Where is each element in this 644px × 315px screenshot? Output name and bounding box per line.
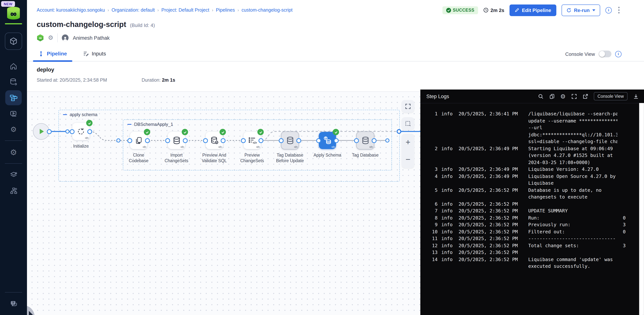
divider	[58, 33, 58, 42]
database-icon	[360, 136, 370, 145]
success-check-icon	[86, 120, 92, 126]
sidebar-divider	[5, 140, 22, 141]
step-node-initialize[interactable]: </>	[72, 123, 90, 140]
pencil-icon	[515, 8, 519, 12]
module-cube-icon[interactable]	[5, 32, 22, 50]
duration-value: 2m 1s	[162, 78, 175, 83]
console-view-toggle[interactable]	[599, 50, 612, 57]
connector-dot	[165, 138, 170, 143]
stage-name: deploy	[37, 67, 634, 73]
project-settings-gear-icon[interactable]: ⚙	[5, 144, 22, 160]
pipeline-graph-canvas[interactable]: apply schema DBSchemaApply_1	[27, 92, 420, 315]
fullscreen-button[interactable]	[402, 100, 414, 113]
console-view-button[interactable]: Console View	[594, 92, 628, 100]
chevron-right-icon: ›	[108, 8, 109, 12]
chevron-right-icon: ›	[212, 8, 213, 12]
database-settings-icon[interactable]	[5, 74, 22, 90]
logs-scrollbar[interactable]	[639, 103, 644, 315]
sidebar-divider	[5, 163, 22, 164]
pipeline-tab-icon	[38, 51, 44, 56]
success-check-icon	[182, 129, 188, 135]
info-icon[interactable]: i	[615, 51, 622, 57]
stage-info-bar: deploy Started at: 20/5/2025, 2:34:58 PM…	[27, 62, 644, 92]
settings-gear-icon[interactable]: ⚙	[5, 122, 22, 137]
breadcrumb-account[interactable]: Account: kurosakiichigo.songoku	[37, 8, 105, 13]
started-at-label: Started at:	[37, 78, 58, 83]
gear-icon[interactable]: ⚙	[560, 93, 566, 100]
help-chat-icon[interactable]: ?	[5, 296, 22, 311]
app-window: NEW	[0, 0, 644, 315]
log-line: 3info20/5/2025, 2:36:49 PMLiquibase Vers…	[420, 166, 639, 173]
breadcrumb-organization[interactable]: Organization: default	[112, 8, 155, 13]
info-icon[interactable]: i	[606, 7, 612, 13]
edit-pipeline-button[interactable]: Edit Pipeline	[510, 4, 556, 16]
zoom-out-button[interactable]: −	[406, 156, 410, 164]
pipeline-start-node[interactable]	[33, 123, 50, 140]
step-label: Preview And Validate SQL	[196, 152, 232, 164]
step-node-tag-database[interactable]: </>	[356, 132, 374, 150]
pipelines-nav-icon[interactable]	[5, 90, 22, 105]
clock-icon	[483, 8, 488, 13]
step-node-import-changesets[interactable]: </>	[168, 132, 185, 149]
harness-db-devops-logo[interactable]	[6, 6, 21, 20]
fullscreen-icon[interactable]	[571, 94, 577, 99]
step-node-preview-validate-sql[interactable]: </>	[206, 132, 223, 149]
breadcrumb-pipelines[interactable]: Pipelines	[216, 8, 235, 13]
chevron-down-icon	[592, 9, 595, 11]
canvas-corner-handle[interactable]	[27, 305, 37, 315]
executions-icon[interactable]	[5, 106, 22, 121]
step-node-preview-changesets[interactable]: </> </>	[244, 132, 261, 149]
connector-dot	[241, 138, 246, 143]
log-line: 8info20/5/2025, 2:36:52 PMRun:0	[420, 214, 639, 221]
success-check-icon	[258, 129, 264, 135]
breadcrumb-project[interactable]: Project: Default Project	[162, 8, 210, 13]
log-line: 11info20/5/2025, 2:36:52 PM-------------…	[420, 235, 639, 242]
step-label: Initialize	[63, 144, 99, 149]
page-title: custom-changelog-script	[37, 20, 126, 29]
connector-dot	[70, 129, 74, 134]
step-label: Apply Schema	[310, 152, 346, 158]
step-logs-body[interactable]: 1info20/5/2025, 2:36:41 PM/liquibase/liq…	[420, 104, 644, 315]
breadcrumb: Account: kurosakiichigo.songoku › Organi…	[37, 8, 292, 13]
step-logs-panel: Step Logs ⚙ Console View 1info2	[420, 90, 644, 315]
marquee-select-button[interactable]	[402, 117, 414, 130]
connector-dot	[372, 138, 376, 143]
external-link-icon[interactable]	[582, 94, 588, 99]
step-label: Clone Codebase	[121, 152, 156, 164]
success-check-icon	[220, 129, 226, 135]
log-line: 7info20/5/2025, 2:36:52 PMUPDATE SUMMARY	[420, 208, 639, 214]
home-icon[interactable]	[5, 59, 22, 74]
log-line: 5info20/5/2025, 2:36:52 PMDatabase is up…	[420, 187, 639, 200]
sidebar-divider-green	[5, 23, 22, 24]
step-node-tag-database-before-update[interactable]: </>	[281, 132, 299, 150]
step-node-clone-codebase[interactable]: </>	[130, 132, 147, 149]
layers-settings-icon[interactable]	[5, 168, 22, 182]
log-line: 10info20/5/2025, 2:36:52 PMFiltered out:…	[420, 228, 639, 235]
more-options-menu[interactable]	[617, 6, 621, 14]
search-icon[interactable]	[538, 94, 544, 99]
tab-pipeline[interactable]: Pipeline	[37, 50, 68, 61]
log-line: 13info20/5/2025, 2:36:52 PM	[420, 249, 639, 256]
gear-icon[interactable]: ⚙	[48, 35, 54, 41]
tab-bar: Pipeline Inputs Console View i	[27, 46, 644, 62]
database-check-icon	[210, 136, 219, 145]
changeset-list-icon: </>	[248, 136, 257, 145]
connector-dot	[279, 138, 284, 143]
step-label: Tag Database	[347, 152, 383, 158]
rerun-button[interactable]: Re-run	[562, 4, 600, 16]
database-icon	[172, 136, 181, 145]
log-line: 12info20/5/2025, 2:36:52 PMTotal change …	[420, 242, 639, 249]
pipeline-title-section: custom-changelog-script (Build Id: 4) ∞ …	[27, 20, 644, 42]
top-header: Account: kurosakiichigo.songoku › Organi…	[27, 0, 644, 20]
download-icon[interactable]	[633, 94, 639, 99]
infrastructure-settings-icon[interactable]	[5, 183, 22, 198]
build-id: (Build Id: 4)	[130, 22, 155, 28]
tab-inputs[interactable]: Inputs	[81, 50, 107, 61]
step-node-apply-schema[interactable]: </>	[319, 132, 336, 149]
connector-dot	[47, 129, 52, 134]
step-label: Import ChangeSets	[158, 152, 194, 164]
zoom-in-button[interactable]: +	[406, 138, 410, 146]
copy-icon[interactable]	[549, 94, 555, 99]
breadcrumb-pipeline-name[interactable]: custom-changelog-script	[242, 8, 292, 13]
left-nav-sidebar: NEW	[0, 0, 27, 315]
